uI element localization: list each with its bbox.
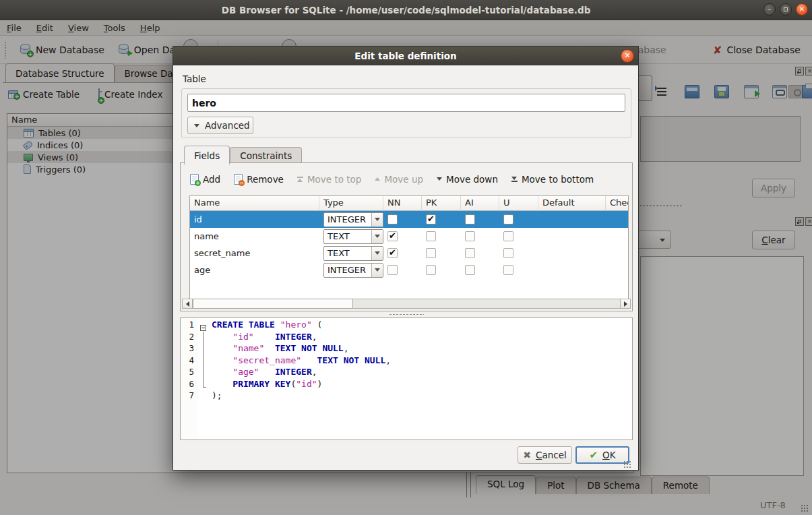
field-check-cell[interactable] <box>606 228 629 245</box>
checkbox-u[interactable] <box>503 214 513 224</box>
column-header-name[interactable]: Name <box>190 196 319 211</box>
move-down-button[interactable]: Move down <box>437 174 498 185</box>
checkbox-ai[interactable] <box>465 231 475 241</box>
minimize-icon[interactable]: – <box>763 3 776 16</box>
field-u-cell <box>499 262 538 278</box>
checkbox-nn[interactable] <box>387 248 398 258</box>
type-combobox[interactable]: TEXT <box>323 246 383 261</box>
field-name-cell[interactable]: id <box>190 211 319 228</box>
field-name-cell[interactable]: age <box>190 262 319 278</box>
field-default-cell[interactable] <box>538 245 606 262</box>
type-combobox[interactable]: INTEGER <box>323 263 383 278</box>
field-default-cell[interactable] <box>538 262 606 278</box>
scrollbar-thumb[interactable] <box>193 299 353 309</box>
move-to-top-button[interactable]: Move to top <box>297 174 361 185</box>
checkbox-nn[interactable] <box>387 265 398 275</box>
column-header-u[interactable]: U <box>499 196 538 211</box>
chevron-down-icon <box>194 124 199 127</box>
scroll-left-icon[interactable] <box>183 299 193 308</box>
splitter-handle[interactable] <box>389 313 424 315</box>
column-header-ai[interactable]: AI <box>461 196 499 211</box>
ok-button[interactable]: ✔ OK <box>575 446 629 464</box>
advanced-button[interactable]: Advanced <box>187 117 253 134</box>
column-header-pk[interactable]: PK <box>422 196 461 211</box>
field-pk-cell <box>422 211 461 228</box>
field-row-name[interactable]: nameTEXT <box>190 228 629 245</box>
column-header-default[interactable]: Default <box>538 196 606 211</box>
scroll-right-icon[interactable] <box>620 299 630 308</box>
table-name-group: Advanced <box>181 88 631 138</box>
move-up-button[interactable]: Move up <box>375 174 423 185</box>
line-number: 5 <box>181 365 198 377</box>
column-header-check[interactable]: Check <box>606 196 629 211</box>
checkbox-ai[interactable] <box>465 214 475 224</box>
checkbox-pk[interactable] <box>426 248 436 258</box>
field-default-cell[interactable] <box>538 211 606 228</box>
field-type-cell: TEXT <box>319 228 383 245</box>
type-combobox[interactable]: INTEGER <box>323 212 383 227</box>
checkbox-ai[interactable] <box>465 248 475 258</box>
field-name-cell[interactable]: name <box>190 228 319 245</box>
field-pk-cell <box>422 262 461 278</box>
fold-guide <box>203 332 204 387</box>
move-to-bottom-button[interactable]: Move to bottom <box>511 174 594 185</box>
field-row-age[interactable]: ageINTEGER <box>190 262 629 278</box>
line-number: 3 <box>181 342 198 354</box>
maximize-icon[interactable] <box>780 3 792 16</box>
dialog-titlebar[interactable]: Edit table definition ✕ <box>173 47 638 65</box>
fields-toolbar: +Add−RemoveMove to topMove upMove downMo… <box>181 163 632 187</box>
remove-button[interactable]: −Remove <box>234 174 284 185</box>
line-numbers: 1234567 <box>181 318 198 440</box>
table-name-input[interactable] <box>187 94 625 112</box>
field-type-cell: TEXT <box>319 245 383 262</box>
field-default-cell[interactable] <box>538 228 606 245</box>
field-nn-cell <box>383 211 422 228</box>
type-combobox[interactable]: TEXT <box>323 229 383 244</box>
column-header-nn[interactable]: NN <box>383 196 422 211</box>
app-window: DB Browser for SQLite - /home/user/code/… <box>0 0 812 515</box>
type-value: TEXT <box>324 247 371 260</box>
fields-table: NameTypeNNPKAIUDefaultCheck idINTEGERnam… <box>189 195 629 303</box>
checkbox-pk[interactable] <box>426 231 436 241</box>
dialog-resize-grip[interactable] <box>623 460 631 468</box>
combo-dropdown-icon[interactable] <box>371 247 383 260</box>
checkbox-ai[interactable] <box>465 265 475 275</box>
combo-dropdown-icon[interactable] <box>371 213 383 226</box>
checkbox-nn[interactable] <box>387 214 398 224</box>
field-check-cell[interactable] <box>606 211 629 228</box>
column-header-type[interactable]: Type <box>319 196 383 211</box>
dialog-title: Edit table definition <box>354 51 456 61</box>
line-number: 7 <box>181 389 198 401</box>
checkbox-nn[interactable] <box>387 231 398 241</box>
fold-marker-icon[interactable] <box>200 325 206 331</box>
close-icon[interactable]: ✕ <box>796 3 808 16</box>
field-row-id[interactable]: idINTEGER <box>190 211 629 228</box>
checkbox-pk[interactable] <box>426 214 436 224</box>
field-check-cell[interactable] <box>606 245 629 262</box>
button-label: Add <box>203 174 220 185</box>
dialog-close-icon[interactable]: ✕ <box>621 49 634 63</box>
checkbox-pk[interactable] <box>426 265 436 275</box>
checkbox-u[interactable] <box>503 231 513 241</box>
cancel-button[interactable]: ✖ Cancel <box>518 446 572 464</box>
line-number: 2 <box>181 330 198 342</box>
combo-dropdown-icon[interactable] <box>371 230 383 243</box>
dialog-tab-fields[interactable]: Fields <box>184 146 230 164</box>
add-field-icon: + <box>190 174 199 185</box>
move-bottom-icon <box>511 177 518 182</box>
add-button[interactable]: +Add <box>190 174 220 185</box>
checkbox-u[interactable] <box>503 248 513 258</box>
window-titlebar[interactable]: DB Browser for SQLite - /home/user/code/… <box>0 0 812 20</box>
button-label: Remove <box>247 174 284 185</box>
field-ai-cell <box>461 245 499 262</box>
field-name-cell[interactable]: secret_name <box>190 245 319 262</box>
combo-dropdown-icon[interactable] <box>371 264 383 277</box>
button-label: Move to bottom <box>522 174 594 185</box>
field-check-cell[interactable] <box>606 262 629 278</box>
horizontal-scrollbar[interactable] <box>182 299 631 309</box>
field-row-secret-name[interactable]: secret_nameTEXT <box>190 245 629 262</box>
sql-preview-editor[interactable]: 1234567 CREATE TABLE "hero" ( "id" INTEG… <box>180 317 633 440</box>
field-u-cell <box>499 211 538 228</box>
checkbox-u[interactable] <box>503 265 513 275</box>
field-u-cell <box>499 228 538 245</box>
